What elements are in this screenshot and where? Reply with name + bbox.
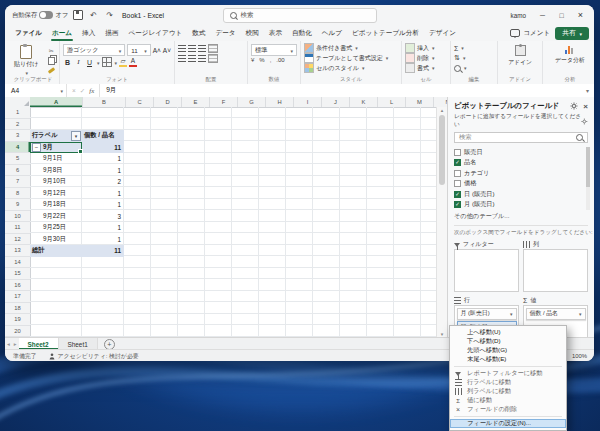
paste-button[interactable]: 貼り付け (10, 44, 42, 77)
pivot-date-cell[interactable]: 9月22日 (30, 211, 82, 223)
comments-button[interactable]: コメント (510, 29, 550, 38)
pivot-date-cell[interactable]: 9月18日 (30, 199, 82, 211)
cell-styles-button[interactable]: セルのスタイル (304, 63, 398, 73)
tab-home[interactable]: ホーム (47, 25, 77, 41)
formula-bar-expand-icon[interactable]: ▾ (586, 87, 594, 94)
align-bottom-icon[interactable] (198, 45, 206, 52)
pivot-value-cell[interactable]: 1 (82, 222, 124, 234)
pivot-value-cell[interactable]: 2 (82, 176, 124, 188)
pivot-date-cell[interactable]: 9月8日 (30, 165, 82, 177)
font-name-select[interactable]: 游ゴシック (63, 44, 125, 56)
field-item[interactable]: 日 (販売日) (454, 189, 584, 200)
conditional-formatting-button[interactable]: 条件付き書式 (304, 43, 398, 53)
pivot-date-cell[interactable]: 9月12日 (30, 188, 82, 200)
add-sheet-button[interactable] (104, 339, 115, 350)
fill-color-icon[interactable]: ▱ (119, 58, 127, 67)
menu-item-move-up[interactable]: 上へ移動(U) (450, 328, 566, 337)
row-header[interactable]: 15 (5, 268, 30, 280)
scroll-up-icon[interactable] (437, 107, 447, 113)
redo-icon[interactable] (103, 8, 116, 22)
tab-review[interactable]: 校閲 (241, 25, 264, 41)
insert-function-icon[interactable]: fx (89, 87, 94, 94)
row-header[interactable]: 6 (5, 165, 30, 177)
data-analysis-button[interactable]: データ分析 (546, 43, 594, 67)
font-size-select[interactable]: 11 (127, 44, 151, 56)
pivot-value-cell[interactable]: 1 (82, 199, 124, 211)
formula-input[interactable]: 9月 (100, 86, 586, 95)
column-header[interactable]: E (182, 97, 210, 107)
tab-file[interactable]: ファイル (10, 25, 47, 41)
pivot-value-cell[interactable]: 1 (82, 188, 124, 200)
align-left-icon[interactable] (178, 55, 186, 62)
format-painter-icon[interactable] (47, 67, 55, 75)
column-header[interactable]: B (83, 97, 126, 107)
column-header[interactable]: M (406, 97, 434, 107)
row-header[interactable]: 7 (5, 176, 30, 188)
find-select-button[interactable] (454, 63, 494, 73)
column-header[interactable]: F (210, 97, 238, 107)
menu-item-field-settings[interactable]: フィールドの設定(N)... (450, 419, 566, 428)
pivot-value-cell[interactable]: 3 (82, 211, 124, 223)
columns-area-box[interactable] (523, 249, 588, 292)
row-header[interactable]: 16 (5, 280, 30, 292)
row-header[interactable]: 4 (5, 142, 30, 154)
row-header[interactable]: 14 (5, 257, 30, 269)
menu-item-move-to-row-labels[interactable]: 行ラベルに移動 (450, 378, 566, 387)
row-header[interactable]: 3 (5, 130, 30, 142)
gear-icon[interactable] (570, 102, 578, 110)
field-item[interactable]: カテゴリ (454, 168, 584, 179)
vertical-scrollbar[interactable] (436, 107, 447, 337)
row-header[interactable]: 20 (5, 326, 30, 338)
underline-button[interactable]: U (85, 58, 94, 67)
sort-filter-button[interactable] (454, 53, 494, 63)
menu-item-remove-field[interactable]: フィールドの削除 (450, 405, 566, 414)
tab-insert[interactable]: 挿入 (77, 25, 100, 41)
field-pill-count[interactable]: 個数 / 品名 (526, 308, 586, 320)
column-header[interactable]: H (266, 97, 294, 107)
field-item[interactable]: 価格 (454, 179, 584, 190)
format-as-table-button[interactable]: テーブルとして書式設定 (304, 53, 398, 63)
minimize-button[interactable] (533, 5, 552, 25)
user-name[interactable]: kamo (511, 12, 526, 19)
checkbox-checked[interactable] (454, 159, 461, 166)
undo-icon[interactable] (87, 8, 100, 22)
checkbox-unchecked[interactable] (454, 149, 461, 156)
tab-formulas[interactable]: 数式 (187, 25, 210, 41)
sheet-nav-left-icon[interactable] (5, 341, 12, 347)
collapse-button[interactable] (32, 143, 41, 152)
row-header[interactable]: 17 (5, 291, 30, 303)
checkbox-unchecked[interactable] (454, 180, 461, 187)
bold-button[interactable]: B (63, 58, 72, 67)
search-box[interactable]: 検索 (223, 8, 377, 23)
tab-data[interactable]: データ (211, 25, 241, 41)
menu-item-move-to-beginning[interactable]: 先頭へ移動(G) (450, 346, 566, 355)
comma-icon[interactable]: , (270, 57, 272, 63)
borders-icon[interactable] (102, 57, 112, 67)
column-header[interactable]: C (126, 97, 154, 107)
close-pane-icon[interactable] (583, 102, 588, 111)
accessibility-status[interactable]: アクセシビリティ: 検討が必要 (49, 352, 139, 361)
maximize-button[interactable] (552, 5, 571, 25)
column-header[interactable]: J (322, 97, 350, 107)
field-item[interactable]: 品名 (454, 158, 584, 169)
tab-automate[interactable]: 自動化 (287, 25, 317, 41)
wrap-text-icon[interactable] (208, 44, 218, 53)
row-header[interactable]: 10 (5, 211, 30, 223)
row-header[interactable]: 13 (5, 245, 30, 257)
name-box[interactable]: A4 (5, 84, 67, 97)
pivot-group-cell[interactable]: 9月 (30, 142, 82, 154)
field-list-scrollbar[interactable] (586, 147, 590, 210)
menu-item-move-to-end[interactable]: 末尾へ移動(E) (450, 355, 566, 364)
row-header[interactable]: 2 (5, 119, 30, 131)
field-pill-month[interactable]: 月 (販売日) (457, 308, 517, 320)
autosave-control[interactable]: 自動保存 オフ (9, 11, 68, 20)
pivot-date-cell[interactable]: 9月25日 (30, 222, 82, 234)
italic-button[interactable]: I (74, 58, 83, 67)
tab-view[interactable]: 表示 (264, 25, 287, 41)
font-color-icon[interactable]: A (129, 58, 137, 67)
merge-center-icon[interactable] (208, 54, 218, 63)
autosave-toggle[interactable] (39, 11, 53, 19)
delete-cells-button[interactable]: 削除 (405, 53, 447, 63)
row-header[interactable]: 5 (5, 153, 30, 165)
menu-item-move-to-values[interactable]: 値に移動 (450, 396, 566, 405)
